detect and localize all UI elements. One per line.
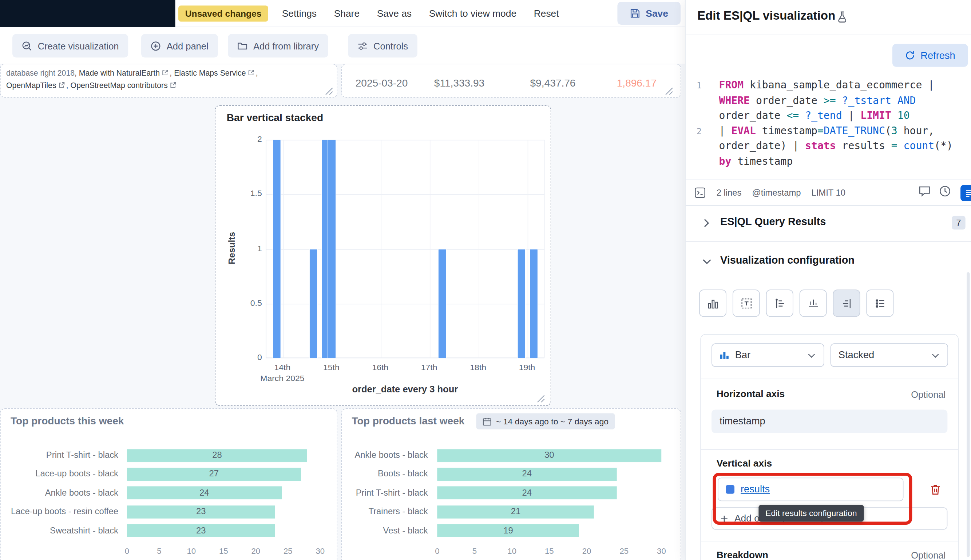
bar-value-label: 23 <box>127 506 275 516</box>
map-attribution-line1: database right 2018, Made with NaturalEa… <box>6 69 258 77</box>
panel-resize-handle[interactable] <box>537 394 545 402</box>
category-label: Lace-up boots - black <box>1 469 124 478</box>
flyout-scrollbar[interactable] <box>967 272 970 557</box>
line-number: 1 <box>686 78 710 93</box>
gridline <box>479 140 479 358</box>
bar-chart: 00.511.5214thMarch 202515th16th17th18th1… <box>216 106 551 405</box>
edit-esql-flyout: Edit ES|QL visualization Refresh 1FROM k… <box>685 0 971 560</box>
chart-style-icon-button[interactable] <box>699 290 727 317</box>
category-label: Sweatshirt - black <box>1 525 124 535</box>
controls-label: Controls <box>373 40 408 51</box>
top-products-lastweek-panel: Top products last week ~ 14 days ago to … <box>341 408 681 560</box>
code-token <box>897 140 904 152</box>
code-token: <= <box>787 110 799 121</box>
chart-type-value: Bar <box>735 350 750 361</box>
top-nav-item[interactable]: Reset <box>534 8 559 19</box>
plus-icon <box>720 514 729 523</box>
code-token: 3 <box>891 125 897 137</box>
x-tick-label: 30 <box>657 546 666 556</box>
esql-code-editor[interactable]: 1FROM kibana_sample_data_ecommerce |WHER… <box>686 70 971 170</box>
create-visualization-button[interactable]: Create visualization <box>12 34 128 58</box>
chevron-down-icon <box>931 350 940 360</box>
text-labels-icon-button[interactable] <box>733 290 760 317</box>
category-label: Vest - black <box>342 525 433 535</box>
y-axis-title: Results <box>227 217 237 279</box>
query-results-accordion[interactable]: ES|QL Query Results 7 <box>686 205 971 242</box>
add-panel-button[interactable]: Add panel <box>141 34 218 58</box>
code-token: by <box>719 155 731 167</box>
map-panel: database right 2018, Made with NaturalEa… <box>0 64 338 98</box>
panel-resize-handle[interactable] <box>325 87 333 95</box>
gridline <box>266 140 545 141</box>
save-button[interactable]: Save <box>617 2 680 25</box>
map-attribution-link[interactable]: OpenStreetMap contributors <box>70 81 177 90</box>
stacking-select[interactable]: Stacked <box>831 343 948 367</box>
gridline <box>545 140 545 358</box>
horizontal-axis-optional: Optional <box>911 389 946 400</box>
horizontal-axis-field[interactable]: timestamp <box>712 410 948 433</box>
x-tick-label: 18th <box>470 363 486 372</box>
bottom-axis-icon-button[interactable] <box>800 290 827 317</box>
left-axis-icon-button[interactable] <box>766 290 794 317</box>
metrics-panel: 2025-03-20$11,333.93$9,437.761,896.17 <box>341 64 681 98</box>
x-tick-label: 25 <box>284 546 292 556</box>
results-field-link[interactable]: results <box>740 484 770 495</box>
bar-value-label: 21 <box>437 506 594 516</box>
bar-value-label: 28 <box>127 450 307 460</box>
create-visualization-label: Create visualization <box>38 40 119 51</box>
category-label: Lace-up boots - resin coffee <box>1 506 124 516</box>
legend-icon-button[interactable] <box>866 290 894 317</box>
top-nav-item[interactable]: Share <box>334 8 359 19</box>
unsaved-changes-badge: Unsaved changes <box>178 5 268 21</box>
panel-resize-handle[interactable] <box>665 87 673 95</box>
x-tick-label: 0 <box>435 546 439 556</box>
bar-value-label: 24 <box>437 469 617 478</box>
code-token: hour, <box>897 125 934 137</box>
code-row: 2| EVAL timestamp=DATE_TRUNC(3 hour, <box>686 123 971 139</box>
visualization-configuration-title: Visualization configuration <box>720 254 854 267</box>
top-nav-item[interactable]: Settings <box>282 8 317 19</box>
vertical-axis-dimension-button[interactable]: results <box>718 478 903 502</box>
refresh-icon <box>905 50 916 61</box>
top-nav-item[interactable]: Switch to view mode <box>429 8 516 19</box>
code-token <box>799 110 805 121</box>
refresh-button[interactable]: Refresh <box>892 44 968 67</box>
visualization-configuration-accordion[interactable]: Visualization configuration <box>686 242 971 281</box>
map-attribution-link[interactable]: Made with NaturalEarth <box>79 69 170 77</box>
external-link-icon <box>57 81 66 90</box>
esql-docs-button[interactable] <box>961 185 971 201</box>
line-number <box>686 154 710 170</box>
bar-value-label: 24 <box>127 487 282 497</box>
bar-value-label: 23 <box>127 525 275 535</box>
x-tick-label: 25 <box>620 546 628 556</box>
y-tick-label: 0 <box>236 353 262 362</box>
query-history-icon[interactable] <box>939 185 951 200</box>
edit-mode-toolbar: Create visualization Add panel Add from … <box>0 27 685 64</box>
map-attribution-text: database right 2018, <box>6 69 79 77</box>
divider <box>701 449 958 450</box>
x-tick-label: 15 <box>545 546 554 556</box>
x-tick-label: 20 <box>582 546 592 556</box>
right-axis-icon-button[interactable] <box>833 290 861 317</box>
gridline <box>528 140 528 358</box>
map-attribution-link[interactable]: OpenMapTiles <box>6 81 66 90</box>
line-number <box>686 93 710 108</box>
x-tick-label: 20 <box>251 546 260 556</box>
line-number <box>686 139 710 154</box>
add-from-library-button[interactable]: Add from library <box>228 34 328 58</box>
map-attribution-link[interactable]: Elastic Maps Service <box>174 69 256 77</box>
controls-button[interactable]: Controls <box>348 34 417 58</box>
stacking-value: Stacked <box>839 350 874 361</box>
remove-dimension-button[interactable] <box>926 480 944 498</box>
top-nav-item[interactable]: Save as <box>377 8 412 19</box>
chart-type-select[interactable]: Bar <box>712 343 824 367</box>
feedback-icon[interactable] <box>918 185 931 200</box>
y-tick-label: 2 <box>236 134 262 143</box>
category-label: Ankle boots - black <box>342 450 433 460</box>
metric-value: 1,896.17 <box>617 77 657 89</box>
code-token: WHERE <box>719 95 750 106</box>
metric-value: $11,333.93 <box>434 77 485 89</box>
code-token <box>836 95 842 106</box>
gridline <box>266 195 545 195</box>
bar-chart-mini-icon <box>720 351 729 360</box>
